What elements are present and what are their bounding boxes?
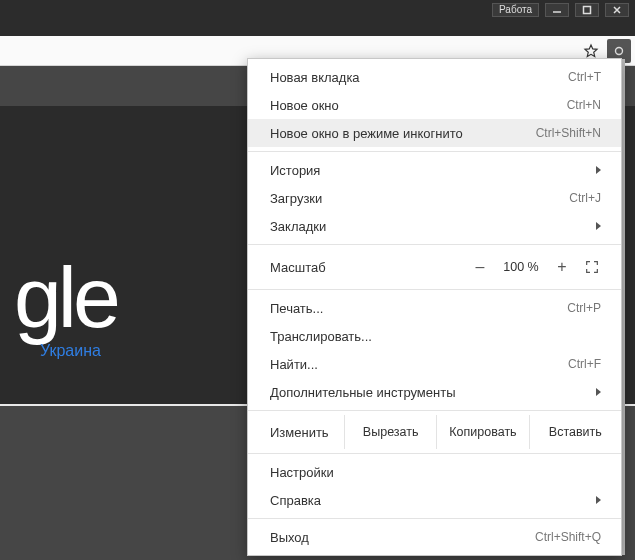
fullscreen-button[interactable] bbox=[577, 253, 607, 281]
zoom-in-button[interactable]: + bbox=[547, 253, 577, 281]
menu-separator bbox=[248, 244, 621, 245]
menu-separator bbox=[248, 151, 621, 152]
chevron-right-icon bbox=[596, 166, 601, 174]
menu-item-bookmarks[interactable]: Закладки bbox=[248, 212, 621, 240]
google-logo-fragment: gle bbox=[14, 254, 117, 340]
menu-item-find[interactable]: Найти... Ctrl+F bbox=[248, 350, 621, 378]
svg-rect-1 bbox=[584, 7, 591, 14]
menu-item-downloads[interactable]: Загрузки Ctrl+J bbox=[248, 184, 621, 212]
menu-item-label: Справка bbox=[270, 493, 596, 508]
menu-item-more-tools[interactable]: Дополнительные инструменты bbox=[248, 378, 621, 406]
menu-item-zoom: Масштаб – 100 % + bbox=[248, 249, 621, 285]
menu-separator bbox=[248, 518, 621, 519]
zoom-value: 100 % bbox=[495, 260, 547, 274]
menu-item-shortcut: Ctrl+F bbox=[568, 357, 601, 371]
tab-strip bbox=[0, 20, 635, 36]
menu-item-history[interactable]: История bbox=[248, 156, 621, 184]
menu-separator bbox=[248, 410, 621, 411]
edit-copy-button[interactable]: Копировать bbox=[436, 415, 528, 449]
menu-item-label: Изменить bbox=[248, 415, 344, 449]
menu-item-shortcut: Ctrl+Shift+Q bbox=[535, 530, 601, 544]
menu-item-exit[interactable]: Выход Ctrl+Shift+Q bbox=[248, 523, 621, 551]
menu-item-incognito[interactable]: Новое окно в режиме инкогнито Ctrl+Shift… bbox=[248, 119, 621, 147]
menu-item-shortcut: Ctrl+J bbox=[569, 191, 601, 205]
os-titlebar: Работа bbox=[0, 0, 635, 20]
zoom-out-button[interactable]: – bbox=[465, 253, 495, 281]
menu-item-label: Новое окно в режиме инкогнито bbox=[270, 126, 536, 141]
chevron-right-icon bbox=[596, 388, 601, 396]
menu-item-help[interactable]: Справка bbox=[248, 486, 621, 514]
menu-item-print[interactable]: Печать... Ctrl+P bbox=[248, 294, 621, 322]
window-close-button[interactable] bbox=[605, 3, 629, 17]
menu-item-new-tab[interactable]: Новая вкладка Ctrl+T bbox=[248, 63, 621, 91]
menu-item-shortcut: Ctrl+Shift+N bbox=[536, 126, 601, 140]
menu-separator bbox=[248, 289, 621, 290]
menu-item-label: Дополнительные инструменты bbox=[270, 385, 596, 400]
profile-badge[interactable]: Работа bbox=[492, 3, 539, 17]
menu-item-edit: Изменить Вырезать Копировать Вставить bbox=[248, 415, 621, 449]
edit-paste-button[interactable]: Вставить bbox=[529, 415, 621, 449]
menu-item-label: Новая вкладка bbox=[270, 70, 568, 85]
menu-item-shortcut: Ctrl+T bbox=[568, 70, 601, 84]
chevron-right-icon bbox=[596, 222, 601, 230]
chrome-main-menu: Новая вкладка Ctrl+T Новое окно Ctrl+N Н… bbox=[247, 58, 622, 556]
menu-item-new-window[interactable]: Новое окно Ctrl+N bbox=[248, 91, 621, 119]
menu-separator bbox=[248, 453, 621, 454]
menu-item-label: Найти... bbox=[270, 357, 568, 372]
window-maximize-button[interactable] bbox=[575, 3, 599, 17]
chevron-right-icon bbox=[596, 496, 601, 504]
menu-item-label: Выход bbox=[270, 530, 535, 545]
menu-item-label: Масштаб bbox=[270, 260, 326, 275]
svg-point-2 bbox=[616, 47, 623, 54]
menu-item-label: Загрузки bbox=[270, 191, 569, 206]
menu-item-shortcut: Ctrl+P bbox=[567, 301, 601, 315]
menu-item-label: Транслировать... bbox=[270, 329, 601, 344]
window-minimize-button[interactable] bbox=[545, 3, 569, 17]
menu-item-label: Настройки bbox=[270, 465, 601, 480]
menu-item-shortcut: Ctrl+N bbox=[567, 98, 601, 112]
menu-item-label: Печать... bbox=[270, 301, 567, 316]
menu-item-label: Закладки bbox=[270, 219, 596, 234]
google-region-label: Украина bbox=[40, 342, 101, 360]
menu-item-cast[interactable]: Транслировать... bbox=[248, 322, 621, 350]
fullscreen-icon bbox=[584, 259, 600, 275]
menu-item-label: Новое окно bbox=[270, 98, 567, 113]
edit-cut-button[interactable]: Вырезать bbox=[344, 415, 436, 449]
menu-item-settings[interactable]: Настройки bbox=[248, 458, 621, 486]
menu-item-label: История bbox=[270, 163, 596, 178]
